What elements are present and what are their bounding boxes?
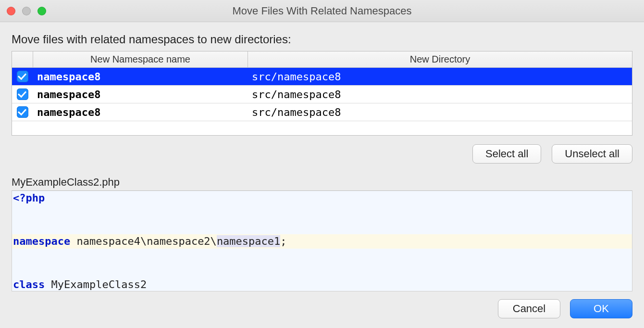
table-header-checkbox: [12, 51, 33, 67]
table-row[interactable]: namespace8src/namespace8: [12, 68, 632, 86]
table-row[interactable]: namespace8src/namespace8: [12, 86, 632, 103]
select-buttons-row: Select all Unselect all: [12, 144, 632, 164]
code-line-namespace: namespace namespace4\namespace2\namespac…: [12, 234, 632, 249]
php-open-tag: <?php: [13, 192, 45, 204]
namespace-prefix: namespace4\namespace2\: [76, 235, 216, 247]
cancel-button[interactable]: Cancel: [498, 299, 560, 318]
namespace-suffix: ;: [280, 235, 286, 247]
code-line-class: class MyExampleClass2: [12, 278, 632, 291]
class-keyword: class: [13, 278, 45, 290]
row-checkbox-cell: [12, 106, 33, 118]
checkbox-icon[interactable]: [17, 71, 28, 82]
titlebar: Move Files With Related Namespaces: [0, 0, 644, 22]
code-line-blank-2: [12, 220, 632, 234]
namespace-keyword: namespace: [13, 235, 70, 247]
namespace-highlight: namespace1: [217, 235, 280, 247]
zoom-icon[interactable]: [37, 7, 46, 15]
code-preview: <?php namespace namespace4\namespace2\na…: [12, 190, 632, 291]
row-directory: src/namespace8: [248, 88, 632, 101]
unselect-all-button[interactable]: Unselect all: [552, 144, 632, 164]
traffic-lights: [7, 7, 46, 15]
row-namespace: namespace8: [33, 106, 248, 118]
minimize-icon[interactable]: [22, 7, 31, 15]
preview-filename: MyExampleClass2.php: [12, 176, 632, 189]
dialog-footer: Cancel OK: [12, 291, 632, 318]
class-name: MyExampleClass2: [51, 278, 147, 290]
row-namespace: namespace8: [33, 71, 248, 83]
row-directory: src/namespace8: [248, 71, 632, 83]
instruction-label: Move files with related namespaces to ne…: [12, 33, 632, 46]
table-row[interactable]: namespace8src/namespace8: [12, 103, 632, 121]
code-line-blank-3: [12, 249, 632, 263]
window-title: Move Files With Related Namespaces: [6, 5, 638, 17]
table-body: namespace8src/namespace8namespace8src/na…: [12, 68, 632, 135]
ok-button[interactable]: OK: [570, 299, 632, 318]
code-line-open-tag: <?php: [12, 191, 632, 205]
namespace-table: New Namespace name New Directory namespa…: [12, 51, 632, 136]
checkbox-icon[interactable]: [17, 106, 28, 118]
row-namespace: namespace8: [33, 88, 248, 101]
row-directory: src/namespace8: [248, 106, 632, 118]
close-icon[interactable]: [7, 7, 15, 15]
row-checkbox-cell: [12, 88, 33, 100]
table-header-namespace: New Namespace name: [33, 51, 248, 67]
checkbox-icon[interactable]: [17, 88, 28, 100]
select-all-button[interactable]: Select all: [472, 144, 541, 164]
code-line-blank-4: [12, 263, 632, 278]
row-checkbox-cell: [12, 71, 33, 82]
code-line-blank-1: [12, 205, 632, 220]
table-header: New Namespace name New Directory: [12, 51, 632, 68]
table-header-directory: New Directory: [248, 51, 632, 67]
dialog-content: Move files with related namespaces to ne…: [0, 22, 644, 328]
